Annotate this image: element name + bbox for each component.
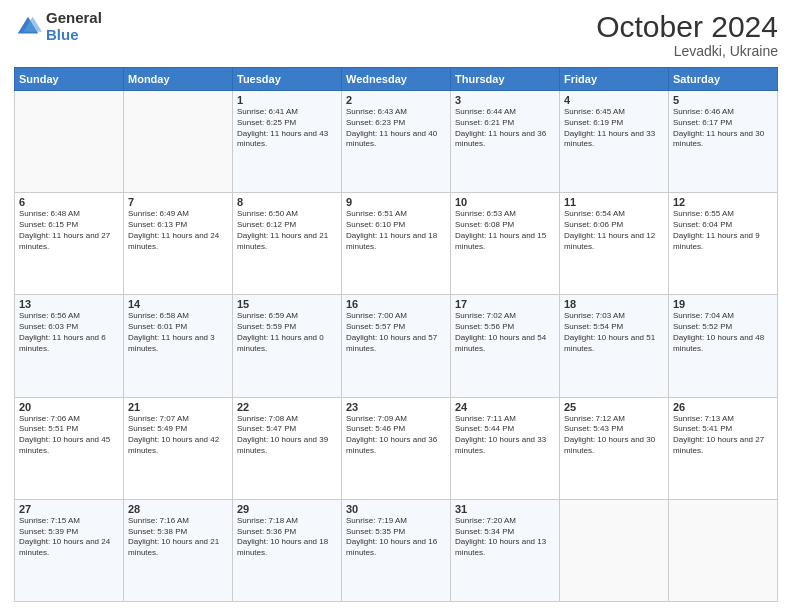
day-number-20: 20 <box>19 401 119 413</box>
cell-text-30: Sunrise: 7:19 AM Sunset: 5:35 PM Dayligh… <box>346 516 446 559</box>
cell-0-6: 5Sunrise: 6:46 AM Sunset: 6:17 PM Daylig… <box>669 91 778 193</box>
cell-text-28: Sunrise: 7:16 AM Sunset: 5:38 PM Dayligh… <box>128 516 228 559</box>
logo-general-text: General <box>46 10 102 27</box>
col-wednesday: Wednesday <box>342 68 451 91</box>
cell-text-1: Sunrise: 6:41 AM Sunset: 6:25 PM Dayligh… <box>237 107 337 150</box>
col-monday: Monday <box>124 68 233 91</box>
cell-2-4: 17Sunrise: 7:02 AM Sunset: 5:56 PM Dayli… <box>451 295 560 397</box>
cell-2-5: 18Sunrise: 7:03 AM Sunset: 5:54 PM Dayli… <box>560 295 669 397</box>
cell-text-13: Sunrise: 6:56 AM Sunset: 6:03 PM Dayligh… <box>19 311 119 354</box>
col-tuesday: Tuesday <box>233 68 342 91</box>
day-number-17: 17 <box>455 298 555 310</box>
cell-text-20: Sunrise: 7:06 AM Sunset: 5:51 PM Dayligh… <box>19 414 119 457</box>
cell-text-29: Sunrise: 7:18 AM Sunset: 5:36 PM Dayligh… <box>237 516 337 559</box>
cell-2-1: 14Sunrise: 6:58 AM Sunset: 6:01 PM Dayli… <box>124 295 233 397</box>
day-number-14: 14 <box>128 298 228 310</box>
cell-3-1: 21Sunrise: 7:07 AM Sunset: 5:49 PM Dayli… <box>124 397 233 499</box>
cell-3-3: 23Sunrise: 7:09 AM Sunset: 5:46 PM Dayli… <box>342 397 451 499</box>
cell-text-8: Sunrise: 6:50 AM Sunset: 6:12 PM Dayligh… <box>237 209 337 252</box>
cell-text-27: Sunrise: 7:15 AM Sunset: 5:39 PM Dayligh… <box>19 516 119 559</box>
cell-text-11: Sunrise: 6:54 AM Sunset: 6:06 PM Dayligh… <box>564 209 664 252</box>
day-number-6: 6 <box>19 196 119 208</box>
title-area: October 2024 Levadki, Ukraine <box>596 10 778 59</box>
cell-text-2: Sunrise: 6:43 AM Sunset: 6:23 PM Dayligh… <box>346 107 446 150</box>
cell-1-3: 9Sunrise: 6:51 AM Sunset: 6:10 PM Daylig… <box>342 193 451 295</box>
page: General Blue October 2024 Levadki, Ukrai… <box>0 0 792 612</box>
cell-text-22: Sunrise: 7:08 AM Sunset: 5:47 PM Dayligh… <box>237 414 337 457</box>
logo: General Blue <box>14 10 102 43</box>
cell-text-16: Sunrise: 7:00 AM Sunset: 5:57 PM Dayligh… <box>346 311 446 354</box>
week-row-2: 6Sunrise: 6:48 AM Sunset: 6:15 PM Daylig… <box>15 193 778 295</box>
cell-4-5 <box>560 499 669 601</box>
day-number-12: 12 <box>673 196 773 208</box>
cell-1-6: 12Sunrise: 6:55 AM Sunset: 6:04 PM Dayli… <box>669 193 778 295</box>
cell-text-26: Sunrise: 7:13 AM Sunset: 5:41 PM Dayligh… <box>673 414 773 457</box>
cell-4-4: 31Sunrise: 7:20 AM Sunset: 5:34 PM Dayli… <box>451 499 560 601</box>
cell-3-2: 22Sunrise: 7:08 AM Sunset: 5:47 PM Dayli… <box>233 397 342 499</box>
cell-text-24: Sunrise: 7:11 AM Sunset: 5:44 PM Dayligh… <box>455 414 555 457</box>
day-number-28: 28 <box>128 503 228 515</box>
day-number-3: 3 <box>455 94 555 106</box>
day-number-24: 24 <box>455 401 555 413</box>
header: General Blue October 2024 Levadki, Ukrai… <box>14 10 778 59</box>
day-number-22: 22 <box>237 401 337 413</box>
cell-text-14: Sunrise: 6:58 AM Sunset: 6:01 PM Dayligh… <box>128 311 228 354</box>
cell-3-0: 20Sunrise: 7:06 AM Sunset: 5:51 PM Dayli… <box>15 397 124 499</box>
week-row-3: 13Sunrise: 6:56 AM Sunset: 6:03 PM Dayli… <box>15 295 778 397</box>
day-number-26: 26 <box>673 401 773 413</box>
cell-1-1: 7Sunrise: 6:49 AM Sunset: 6:13 PM Daylig… <box>124 193 233 295</box>
cell-text-18: Sunrise: 7:03 AM Sunset: 5:54 PM Dayligh… <box>564 311 664 354</box>
col-saturday: Saturday <box>669 68 778 91</box>
day-number-10: 10 <box>455 196 555 208</box>
cell-0-4: 3Sunrise: 6:44 AM Sunset: 6:21 PM Daylig… <box>451 91 560 193</box>
col-friday: Friday <box>560 68 669 91</box>
day-number-7: 7 <box>128 196 228 208</box>
day-number-9: 9 <box>346 196 446 208</box>
cell-text-19: Sunrise: 7:04 AM Sunset: 5:52 PM Dayligh… <box>673 311 773 354</box>
cell-2-6: 19Sunrise: 7:04 AM Sunset: 5:52 PM Dayli… <box>669 295 778 397</box>
week-row-1: 1Sunrise: 6:41 AM Sunset: 6:25 PM Daylig… <box>15 91 778 193</box>
cell-1-5: 11Sunrise: 6:54 AM Sunset: 6:06 PM Dayli… <box>560 193 669 295</box>
cell-0-1 <box>124 91 233 193</box>
month-title: October 2024 <box>596 10 778 43</box>
cell-2-3: 16Sunrise: 7:00 AM Sunset: 5:57 PM Dayli… <box>342 295 451 397</box>
cell-0-3: 2Sunrise: 6:43 AM Sunset: 6:23 PM Daylig… <box>342 91 451 193</box>
day-number-25: 25 <box>564 401 664 413</box>
week-row-4: 20Sunrise: 7:06 AM Sunset: 5:51 PM Dayli… <box>15 397 778 499</box>
day-number-23: 23 <box>346 401 446 413</box>
day-number-1: 1 <box>237 94 337 106</box>
cell-text-12: Sunrise: 6:55 AM Sunset: 6:04 PM Dayligh… <box>673 209 773 252</box>
col-sunday: Sunday <box>15 68 124 91</box>
cell-text-9: Sunrise: 6:51 AM Sunset: 6:10 PM Dayligh… <box>346 209 446 252</box>
cell-2-2: 15Sunrise: 6:59 AM Sunset: 5:59 PM Dayli… <box>233 295 342 397</box>
cell-text-25: Sunrise: 7:12 AM Sunset: 5:43 PM Dayligh… <box>564 414 664 457</box>
day-number-2: 2 <box>346 94 446 106</box>
day-number-19: 19 <box>673 298 773 310</box>
cell-0-5: 4Sunrise: 6:45 AM Sunset: 6:19 PM Daylig… <box>560 91 669 193</box>
logo-text: General Blue <box>46 10 102 43</box>
cell-4-6 <box>669 499 778 601</box>
day-number-16: 16 <box>346 298 446 310</box>
cell-text-5: Sunrise: 6:46 AM Sunset: 6:17 PM Dayligh… <box>673 107 773 150</box>
cell-3-6: 26Sunrise: 7:13 AM Sunset: 5:41 PM Dayli… <box>669 397 778 499</box>
cell-1-0: 6Sunrise: 6:48 AM Sunset: 6:15 PM Daylig… <box>15 193 124 295</box>
day-number-11: 11 <box>564 196 664 208</box>
location-subtitle: Levadki, Ukraine <box>596 43 778 59</box>
day-number-8: 8 <box>237 196 337 208</box>
day-number-29: 29 <box>237 503 337 515</box>
cell-text-7: Sunrise: 6:49 AM Sunset: 6:13 PM Dayligh… <box>128 209 228 252</box>
cell-3-4: 24Sunrise: 7:11 AM Sunset: 5:44 PM Dayli… <box>451 397 560 499</box>
cell-2-0: 13Sunrise: 6:56 AM Sunset: 6:03 PM Dayli… <box>15 295 124 397</box>
day-number-31: 31 <box>455 503 555 515</box>
cell-text-4: Sunrise: 6:45 AM Sunset: 6:19 PM Dayligh… <box>564 107 664 150</box>
cell-text-21: Sunrise: 7:07 AM Sunset: 5:49 PM Dayligh… <box>128 414 228 457</box>
col-thursday: Thursday <box>451 68 560 91</box>
calendar-header-row: Sunday Monday Tuesday Wednesday Thursday… <box>15 68 778 91</box>
cell-4-1: 28Sunrise: 7:16 AM Sunset: 5:38 PM Dayli… <box>124 499 233 601</box>
cell-1-2: 8Sunrise: 6:50 AM Sunset: 6:12 PM Daylig… <box>233 193 342 295</box>
cell-3-5: 25Sunrise: 7:12 AM Sunset: 5:43 PM Dayli… <box>560 397 669 499</box>
cell-1-4: 10Sunrise: 6:53 AM Sunset: 6:08 PM Dayli… <box>451 193 560 295</box>
cell-text-17: Sunrise: 7:02 AM Sunset: 5:56 PM Dayligh… <box>455 311 555 354</box>
cell-text-15: Sunrise: 6:59 AM Sunset: 5:59 PM Dayligh… <box>237 311 337 354</box>
cell-text-10: Sunrise: 6:53 AM Sunset: 6:08 PM Dayligh… <box>455 209 555 252</box>
